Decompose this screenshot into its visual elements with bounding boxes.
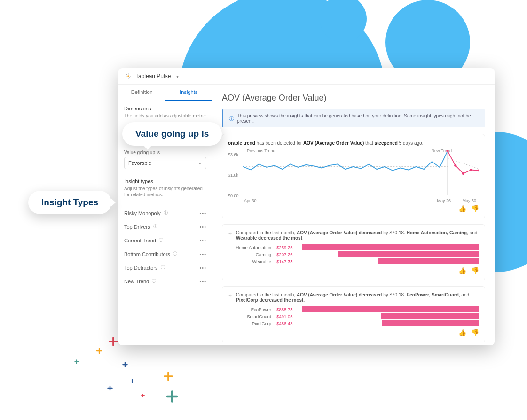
insight-type-label: Bottom Contributors (124, 251, 170, 257)
trend-text: orable trend has been detected for AOV (… (228, 140, 479, 147)
info-icon[interactable]: ⓘ (173, 251, 177, 257)
insight-text: Compared to the last month, AOV (Average… (236, 230, 479, 241)
sparkle-icon: ✧ (228, 293, 232, 299)
info-icon[interactable]: ⓘ (161, 264, 165, 271)
trend-card: orable trend has been detected for AOV (… (222, 134, 485, 218)
svg-line-6 (129, 77, 130, 78)
x-tick: May 26 (437, 198, 451, 203)
more-icon[interactable]: ••• (199, 265, 206, 271)
drivers-card-1: ✧ Compared to the last month, AOV (Avera… (222, 224, 485, 280)
feedback-row: 👍 👎 (228, 329, 479, 336)
insight-type-row[interactable]: Top Drivers ⓘ••• (118, 220, 212, 233)
sparkle-icon (74, 359, 79, 364)
t: . (303, 297, 305, 303)
bar-label: PixelCorp (228, 321, 275, 326)
bar-fill (302, 306, 479, 312)
insight-type-row[interactable]: Bottom Contributors ⓘ••• (118, 247, 212, 261)
dimensions-title: Dimensions (124, 106, 206, 111)
more-icon[interactable]: ••• (199, 210, 206, 216)
more-icon[interactable]: ••• (199, 238, 206, 243)
insight-types-desc: Adjust the types of insights generated f… (124, 186, 206, 198)
bar-track (302, 306, 479, 312)
sparkle-icon (122, 362, 128, 367)
bar-fill (378, 258, 479, 264)
t: by $70.18. (382, 292, 406, 297)
trend-prefix: orable trend (228, 140, 255, 146)
t: , and (467, 230, 477, 235)
insight-type-row[interactable]: Risky Monopoly ⓘ••• (118, 206, 212, 220)
bar-track (302, 313, 479, 319)
t: Wearable decreased the most (236, 235, 302, 241)
insight-type-row[interactable]: Current Trend ⓘ••• (118, 233, 212, 247)
bar-label: EcoPower (228, 307, 275, 312)
bar-chart: EcoPower-$888.73SmartGuard-$491.05PixelC… (228, 306, 479, 326)
bar-row: Home Automation-$259.25 (228, 244, 479, 250)
t: Compared to the last month, (236, 230, 297, 235)
drivers-card-2: ✧ Compared to the last month, AOV (Avera… (222, 286, 485, 342)
insight-type-row[interactable]: New Trend ⓘ••• (118, 274, 212, 288)
thumbs-up-button[interactable]: 👍 (458, 205, 466, 212)
feedback-row: 👍 👎 (228, 267, 479, 274)
insight-header: ✧ Compared to the last month, AOV (Avera… (228, 230, 479, 241)
info-banner-text: This preview shows the insights that can… (237, 113, 480, 124)
insight-type-row[interactable]: Top Detractors ⓘ••• (118, 261, 212, 274)
sparkle-icon (165, 390, 179, 403)
line-chart-svg (243, 150, 479, 195)
bar-value: -$486.48 (275, 321, 302, 326)
tab-definition[interactable]: Definition (118, 85, 165, 101)
sparkle-icon (96, 348, 102, 354)
bar-row: Wearable-$147.33 (228, 258, 479, 264)
thumbs-up-button[interactable]: 👍 (458, 329, 466, 336)
x-tick: Apr 30 (244, 198, 257, 203)
bar-fill (302, 244, 479, 250)
thumbs-down-button[interactable]: 👎 (471, 267, 479, 274)
y-tick: $1.8k (228, 173, 238, 178)
info-icon[interactable]: ⓘ (152, 278, 156, 284)
chevron-down-icon: ⌄ (198, 161, 202, 165)
bar-track (302, 320, 479, 326)
insight-type-label: Top Detractors (124, 265, 158, 271)
info-icon[interactable]: ⓘ (153, 224, 157, 230)
t: AOV (Average Order Value) (303, 140, 364, 146)
more-icon[interactable]: ••• (199, 279, 206, 284)
svg-line-8 (129, 74, 130, 75)
insight-type-label: Risky Monopoly (124, 210, 161, 216)
bar-value: -$207.26 (275, 252, 302, 257)
sparkle-icon (163, 371, 173, 381)
bar-track (302, 251, 479, 257)
value-select[interactable]: Favorable ⌄ (124, 157, 206, 169)
svg-point-17 (478, 169, 479, 171)
bar-track (302, 258, 479, 264)
insight-text: Compared to the last month, AOV (Average… (236, 292, 479, 303)
bar-label: Gaming (228, 252, 275, 257)
thumbs-up-button[interactable]: 👍 (458, 267, 466, 274)
tab-insights[interactable]: Insights (165, 85, 212, 101)
svg-point-15 (462, 172, 464, 175)
svg-point-16 (470, 169, 472, 171)
t: that (364, 140, 374, 146)
chevron-down-icon[interactable]: ▾ (176, 74, 179, 79)
callout-insight-types: Insight Types (28, 191, 111, 214)
thumbs-down-button[interactable]: 👎 (471, 329, 479, 336)
insight-types-section: Insight types Adjust the types of insigh… (118, 174, 212, 206)
app-title: Tableau Pulse (135, 73, 171, 79)
sparkle-icon (108, 336, 118, 347)
info-icon[interactable]: ⓘ (159, 237, 163, 243)
info-icon[interactable]: ⓘ (164, 210, 168, 216)
t: AOV (Average Order Value) decreased (297, 230, 382, 235)
insight-types-title: Insight types (124, 179, 206, 184)
t: , and (459, 292, 469, 297)
bar-fill (381, 313, 479, 319)
thumbs-down-button[interactable]: 👎 (471, 205, 479, 212)
bar-fill (382, 320, 479, 326)
insight-type-label: Current Trend (124, 238, 156, 243)
bar-row: SmartGuard-$491.05 (228, 313, 479, 319)
more-icon[interactable]: ••• (199, 251, 206, 257)
svg-point-14 (454, 164, 456, 167)
y-tick: $3.6k (228, 152, 238, 157)
more-icon[interactable]: ••• (199, 224, 206, 230)
t: PixelCorp decreased the most (236, 297, 303, 303)
main-content: AOV (Average Order Value) ⓘ This preview… (212, 85, 495, 345)
sparkle-icon (141, 394, 145, 397)
info-banner: ⓘ This preview shows the insights that c… (222, 109, 485, 127)
